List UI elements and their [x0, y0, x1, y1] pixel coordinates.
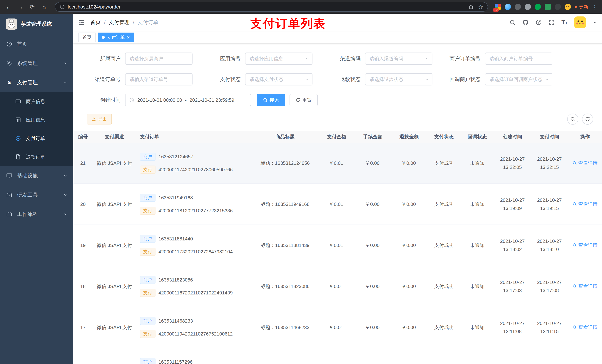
cell-fee: ¥ 0.00 [355, 160, 391, 166]
pay-order-no: 4200001181202110277723215336 [159, 208, 233, 214]
cell-pay-time: 2021-10-27 13:19:15 [531, 196, 568, 212]
pay-order-no: 4200001174202110278060590766 [159, 167, 233, 173]
cell-status: 支付成功 [427, 242, 461, 249]
user-avatar[interactable] [574, 16, 586, 28]
cell-fee: ¥ 0.00 [355, 283, 391, 289]
refresh-button[interactable] [582, 114, 593, 125]
font-size-icon[interactable]: TT [561, 19, 568, 26]
bookmark-star-icon[interactable]: ☆ [478, 4, 483, 10]
sidebar-item-label: 研发工具 [17, 191, 38, 198]
sidebar-item-devtools[interactable]: 研发工具 [0, 185, 73, 205]
extension-icon[interactable] [525, 4, 531, 10]
chevron-down-icon [63, 61, 67, 65]
view-details-link[interactable]: 查看详情 [572, 201, 598, 207]
cell-id: 17 [73, 325, 93, 330]
extension-icon[interactable] [515, 4, 521, 10]
merchant-order-no-input[interactable] [485, 52, 552, 65]
col-header-id: 编号 [73, 134, 93, 140]
sidebar-item-merchant-info[interactable]: 商户信息 [0, 92, 73, 111]
col-header-action: 操作 [568, 134, 602, 140]
cell-amount: ¥ 0.01 [318, 283, 355, 289]
merchant-order-no: 1635312124657 [159, 154, 193, 160]
sidebar-item-label: 支付管理 [17, 79, 38, 86]
cell-amount: ¥ 0.01 [318, 160, 355, 166]
date-range-picker[interactable]: 2021-10-01 00:00:00 - 2021-10-31 23:59:5… [125, 94, 251, 106]
tab-home[interactable]: 首页 [78, 32, 96, 42]
sidebar-item-app-info[interactable]: 应用信息 [0, 111, 73, 129]
toolbox-icon [6, 192, 13, 198]
cell-action: 查看详情 [568, 283, 602, 290]
merchant-select[interactable] [125, 52, 193, 65]
extension-icon[interactable] [505, 4, 511, 10]
sidebar-item-refund-order[interactable]: 退款订单 [0, 148, 73, 166]
fullscreen-icon[interactable] [548, 19, 555, 26]
view-details-link[interactable]: 查看详情 [572, 242, 598, 248]
view-details-link[interactable]: 查看详情 [572, 283, 598, 290]
address-bar[interactable]: localhost:1024/pay/order ☆ [55, 2, 488, 12]
browser-update-button[interactable]: 更新 [575, 4, 588, 10]
show-search-button[interactable] [567, 114, 578, 125]
refund-status-select[interactable] [365, 73, 432, 85]
pay-order-no: 4200001167202110271022491439 [159, 290, 233, 296]
browser-menu-icon[interactable]: ⋮ [592, 4, 598, 10]
clock-icon [129, 97, 134, 103]
view-details-link[interactable]: 查看详情 [572, 324, 598, 331]
channel-code-select[interactable] [365, 52, 432, 65]
forward-icon[interactable]: → [16, 3, 24, 11]
search-button[interactable]: 搜索 [257, 94, 285, 106]
cell-id: 21 [73, 160, 93, 166]
cell-pay-time: 2021-10-27 13:22:15 [531, 155, 568, 171]
extension-icon[interactable] [555, 4, 561, 10]
profile-avatar-icon[interactable] [565, 4, 571, 10]
site-info-icon[interactable] [60, 4, 65, 10]
cell-status: 支付成功 [427, 201, 461, 208]
github-icon[interactable] [522, 19, 529, 26]
tab-pay-order[interactable]: 支付订单 × [98, 32, 134, 42]
sidebar-item-pay-order[interactable]: 支付订单 [0, 129, 73, 148]
cell-id: 20 [73, 201, 93, 207]
merchant-order-no: 1635311949168 [159, 195, 193, 201]
collapse-sidebar-icon[interactable] [78, 19, 85, 26]
back-icon[interactable]: ← [4, 3, 13, 11]
pay-tag: 支付 [140, 248, 155, 256]
view-details-link[interactable]: 查看详情 [572, 160, 598, 166]
dashboard-icon [6, 41, 13, 47]
cell-action: 查看详情 [568, 324, 602, 331]
filter-label-channel-order-no: 渠道订单号 [81, 76, 125, 83]
extension-icon[interactable] [545, 4, 551, 10]
logo-image [6, 19, 17, 30]
cell-pay-time: 2021-10-27 13:18:10 [531, 237, 568, 253]
breadcrumb-separator: / [104, 20, 106, 25]
sidebar-item-label: 商户信息 [26, 98, 45, 105]
channel-order-no-input[interactable] [125, 73, 193, 85]
home-icon[interactable]: ⌂ [40, 3, 48, 11]
share-icon[interactable] [469, 4, 474, 10]
merchant-tag: 商户 [140, 194, 155, 202]
caret-down-icon[interactable] [593, 20, 597, 24]
close-icon[interactable]: × [127, 35, 130, 40]
reset-button[interactable]: 重置 [290, 94, 318, 106]
notify-status-select[interactable] [485, 73, 552, 85]
sidebar-item-home[interactable]: 首页 [0, 34, 73, 54]
extension-icon[interactable] [535, 4, 541, 10]
app-select[interactable] [245, 52, 312, 65]
table-row: 21 微信 JSAPI 支付 商户 1635312124657 支付 42000… [73, 143, 602, 184]
url-text[interactable]: localhost:1024/pay/order [68, 4, 120, 10]
cell-amount: ¥ 0.01 [318, 201, 355, 207]
search-icon[interactable] [509, 19, 516, 26]
sidebar-item-infra[interactable]: 基础设施 [0, 166, 73, 185]
reload-icon[interactable]: ⟳ [28, 3, 36, 11]
table-row: 18 微信 JSAPI 支付 商户 1635311823086 支付 42000… [73, 266, 602, 307]
sidebar-item-system[interactable]: 系统管理 [0, 54, 73, 73]
sidebar-item-pay[interactable]: ¥ 支付管理 [0, 73, 73, 92]
help-icon[interactable] [536, 19, 542, 26]
cell-order: 商户 1635311157296 支付 [136, 358, 252, 364]
pay-status-select[interactable] [245, 73, 312, 85]
breadcrumb-item[interactable]: 首页 [90, 19, 101, 26]
extension-icon[interactable]: 10 [495, 4, 501, 10]
cell-fee: ¥ 0.00 [355, 325, 391, 330]
sidebar-item-workflow[interactable]: 工作流程 [0, 205, 73, 224]
export-button[interactable]: 导出 [87, 114, 112, 125]
breadcrumb-item[interactable]: 支付管理 [109, 19, 129, 26]
cell-refund: ¥ 0.00 [391, 201, 427, 207]
